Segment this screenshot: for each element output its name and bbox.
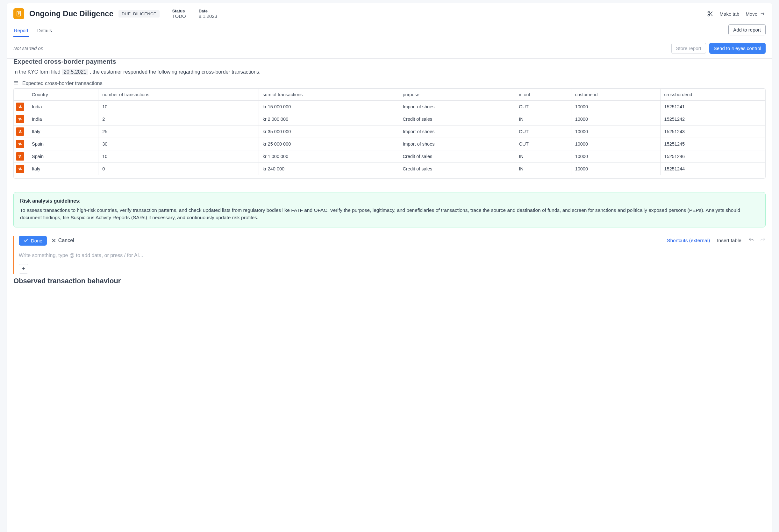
cell-crossborderid: 15251241: [660, 101, 765, 113]
cell-sum: kr 15 000 000: [258, 101, 399, 113]
cell-inout: OUT: [515, 138, 572, 151]
undo-icon[interactable]: [748, 237, 754, 244]
cell-country: Italy: [28, 125, 99, 138]
cell-purpose: Import of shoes: [399, 125, 515, 138]
add-to-report-button[interactable]: Add to report: [728, 24, 766, 35]
date-value: 8.1.2023: [199, 13, 217, 19]
cell-crossborderid: 15251243: [660, 125, 765, 138]
cell-purpose: Credit of sales: [399, 163, 515, 175]
document-icon: [13, 8, 24, 19]
cell-num: 2: [99, 113, 258, 125]
done-button[interactable]: Done: [19, 236, 47, 246]
cell-num: 0: [99, 163, 258, 175]
row-icon-cell: [14, 151, 28, 163]
make-tab-button[interactable]: Make tab: [720, 11, 739, 16]
editor-input[interactable]: [19, 253, 766, 258]
cell-num: 25: [99, 125, 258, 138]
cell-crossborderid: 15251246: [660, 151, 765, 163]
move-button[interactable]: Move: [745, 11, 766, 16]
cell-customerid: 10000: [571, 113, 660, 125]
cell-inout: IN: [515, 163, 572, 175]
cell-country: Italy: [28, 163, 99, 175]
th-customerid: customerid: [571, 89, 660, 101]
cell-crossborderid: 15251245: [660, 138, 765, 151]
cell-sum: kr 240 000: [258, 163, 399, 175]
table-row: Italy0kr 240 000Credit of salesIN1000015…: [14, 163, 765, 175]
scissors-icon[interactable]: [707, 10, 713, 17]
svg-line-8: [709, 13, 710, 14]
add-block-button[interactable]: +: [19, 264, 28, 274]
date-label: Date: [199, 9, 217, 13]
table-row: Spain10kr 1 000 000Credit of salesIN1000…: [14, 151, 765, 163]
cell-customerid: 10000: [571, 151, 660, 163]
th-num-transactions: number of transactions: [99, 89, 258, 101]
transfer-icon: [16, 165, 24, 173]
cell-num: 10: [99, 101, 258, 113]
row-icon-cell: [14, 101, 28, 113]
cancel-label: Cancel: [58, 238, 74, 243]
cell-purpose: Import of shoes: [399, 101, 515, 113]
table-corner: [14, 89, 28, 101]
cell-country: India: [28, 101, 99, 113]
th-in-out: in out: [515, 89, 572, 101]
done-label: Done: [31, 238, 42, 243]
row-icon-cell: [14, 163, 28, 175]
guidelines-body: To assess transactions to high-risk coun…: [20, 206, 759, 221]
svg-line-7: [711, 14, 712, 16]
insert-table-button[interactable]: Insert table: [717, 238, 741, 243]
table-row: India2kr 2 000 000Credit of salesIN10000…: [14, 113, 765, 125]
cell-sum: kr 35 000 000: [258, 125, 399, 138]
redo-icon[interactable]: [760, 237, 766, 244]
cell-customerid: 10000: [571, 138, 660, 151]
cell-sum: kr 1 000 000: [258, 151, 399, 163]
store-report-button[interactable]: Store report: [671, 43, 706, 54]
svg-point-5: [708, 15, 709, 16]
transfer-icon: [16, 115, 24, 123]
th-sum-transactions: sum of transactions: [258, 89, 399, 101]
editor-block: Done Cancel Shortcuts (external) Insert …: [13, 236, 766, 274]
type-tag: DUE_DILIGENCE: [118, 10, 160, 17]
page-title: Ongoing Due Diligence: [29, 9, 113, 18]
cancel-button[interactable]: Cancel: [51, 238, 74, 243]
cell-purpose: Import of shoes: [399, 138, 515, 151]
transfer-icon: [16, 140, 24, 148]
shortcuts-link[interactable]: Shortcuts (external): [667, 238, 710, 243]
cell-purpose: Credit of sales: [399, 151, 515, 163]
status-label: Status: [172, 9, 186, 13]
observed-heading: Observed transaction behaviour: [13, 277, 766, 285]
cell-inout: IN: [515, 151, 572, 163]
table-handle-icon[interactable]: [13, 80, 19, 87]
cell-sum: kr 2 000 000: [258, 113, 399, 125]
table-row: Italy25kr 35 000 000Import of shoesOUT10…: [14, 125, 765, 138]
cell-inout: OUT: [515, 101, 572, 113]
kyc-suffix: , the customer responded the following r…: [88, 69, 260, 74]
section-heading-cross-border: Expected cross-border payments: [13, 58, 766, 65]
cell-num: 10: [99, 151, 258, 163]
row-icon-cell: [14, 138, 28, 151]
send-to-4-eyes-button[interactable]: Send to 4 eyes control: [709, 43, 766, 54]
status-value: TODO: [172, 13, 186, 19]
cell-inout: OUT: [515, 125, 572, 138]
cell-num: 30: [99, 138, 258, 151]
not-started-text: Not started on: [13, 46, 43, 51]
guidelines-title: Risk analysis guidelines:: [20, 198, 759, 204]
th-purpose: purpose: [399, 89, 515, 101]
tab-details[interactable]: Details: [37, 25, 53, 37]
cell-country: Spain: [28, 151, 99, 163]
table-row: India10kr 15 000 000Import of shoesOUT10…: [14, 101, 765, 113]
cell-crossborderid: 15251242: [660, 113, 765, 125]
cell-purpose: Credit of sales: [399, 113, 515, 125]
cell-customerid: 10000: [571, 101, 660, 113]
transfer-icon: [16, 152, 24, 161]
svg-point-4: [708, 11, 709, 13]
tab-report[interactable]: Report: [13, 25, 29, 37]
cell-customerid: 10000: [571, 125, 660, 138]
cell-customerid: 10000: [571, 163, 660, 175]
row-icon-cell: [14, 125, 28, 138]
kyc-intro-text: In the KYC form filed 20.5.2021 , the cu…: [13, 69, 766, 75]
risk-guidelines-box: Risk analysis guidelines: To assess tran…: [13, 192, 766, 228]
cell-crossborderid: 15251244: [660, 163, 765, 175]
cell-sum: kr 25 000 000: [258, 138, 399, 151]
kyc-prefix: In the KYC form filed: [13, 69, 62, 74]
row-icon-cell: [14, 113, 28, 125]
